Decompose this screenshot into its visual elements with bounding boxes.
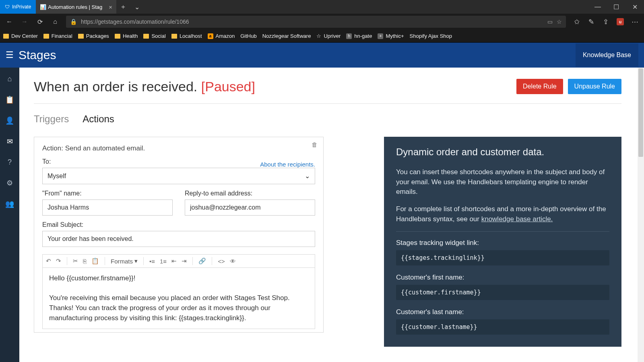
chevron-down-icon: ⌄	[305, 172, 310, 180]
copy-icon[interactable]: ⎘	[83, 258, 87, 265]
preview-icon[interactable]: 👁	[230, 258, 236, 265]
email-body-editor[interactable]: Hello {{customer.firstname}}! You're rec…	[42, 267, 315, 329]
bookmark[interactable]: Financial	[43, 33, 72, 39]
action-card: 🗑 Action: Send an automated email. To: A…	[34, 137, 324, 333]
cut-icon[interactable]: ✂	[73, 257, 78, 265]
subject-input[interactable]	[42, 231, 315, 247]
tab-actions[interactable]: Actions	[83, 113, 114, 125]
user-icon[interactable]: 👤	[0, 116, 19, 125]
paste-icon[interactable]: 📋	[91, 257, 99, 265]
bookmark[interactable]: ☆Upriver	[316, 33, 341, 39]
tabs-dropdown-button[interactable]: ⌄	[130, 0, 144, 14]
formats-dropdown[interactable]: Formats ▾	[111, 257, 138, 265]
new-tab-button[interactable]: ＋	[116, 0, 130, 14]
redo-icon[interactable]: ↷	[56, 257, 61, 265]
app-bar: ☰ Stages Knowledge Base	[0, 43, 644, 68]
bookmark[interactable]: hhn-gate	[346, 33, 372, 39]
close-icon[interactable]: ×	[109, 4, 112, 10]
ordered-list-icon[interactable]: 1≡	[160, 258, 167, 265]
home-button[interactable]: ⌂	[48, 15, 62, 29]
share-button[interactable]: ⇪	[599, 15, 613, 29]
bookmark-label: Dev Center	[11, 33, 38, 39]
favorite-icon[interactable]: ☆	[557, 19, 562, 25]
to-select[interactable]: Myself ⌄	[42, 168, 315, 184]
bookmark-label: hn-gate	[354, 33, 372, 39]
kb-article-link[interactable]: knowledge base article.	[481, 215, 553, 223]
more-button[interactable]: ⋯	[628, 15, 642, 29]
scrollbar[interactable]	[638, 68, 644, 362]
mail-icon[interactable]: ✉	[0, 137, 19, 146]
panel-text: For a complete list of shortcodes and a …	[396, 204, 609, 224]
refresh-button[interactable]: ⟳	[33, 15, 47, 29]
folder-icon	[43, 34, 49, 39]
tab-triggers[interactable]: Triggers	[34, 113, 69, 125]
separator	[105, 257, 105, 265]
maximize-button[interactable]: ☐	[607, 0, 625, 14]
bookmark[interactable]: GitHub	[240, 33, 256, 39]
bookmark-label: Shopify Ajax Shop	[410, 33, 452, 39]
link-icon[interactable]: 🔗	[198, 257, 206, 265]
editor-toolbar: ↶ ↷ ✂ ⎘ 📋 Formats ▾	[42, 254, 315, 267]
bookmark[interactable]: Packages	[78, 33, 109, 39]
to-value: Myself	[47, 173, 66, 180]
bookmark[interactable]: Dev Center	[3, 33, 38, 39]
shortcode-code[interactable]: {{stages.trackinglink}}	[396, 250, 609, 265]
site-icon: 📊	[40, 4, 45, 10]
folder-icon	[171, 34, 177, 39]
clipboard-icon[interactable]: 📋	[0, 95, 19, 104]
help-icon[interactable]: ?	[0, 158, 19, 167]
bookmark[interactable]: Localhost	[171, 33, 202, 39]
home-icon[interactable]: ⌂	[0, 75, 19, 83]
bookmark[interactable]: Shopify Ajax Shop	[410, 33, 452, 39]
shortcode-code[interactable]: {{customer.lastname}}	[396, 319, 609, 335]
shortcode-code[interactable]: {{customer.firstname}}	[396, 285, 609, 300]
about-recipients-link[interactable]: About the recipients.	[260, 161, 315, 168]
gear-icon[interactable]: ⚙	[0, 179, 19, 187]
from-name-input[interactable]	[42, 200, 173, 216]
bookmark[interactable]: Nozzlegear Software	[262, 33, 311, 39]
tab-title: Automation rules | Stag	[48, 4, 102, 10]
delete-rule-button[interactable]: Delete Rule	[516, 79, 563, 94]
folder-icon	[143, 34, 149, 39]
bookmark-label: Financial	[52, 33, 72, 39]
editor-line: Hello {{customer.firstname}}!	[49, 274, 308, 284]
indent-icon[interactable]: ⇥	[182, 257, 187, 265]
rule-status: [Paused]	[201, 79, 255, 94]
bookmark[interactable]: +Mythic+	[378, 33, 404, 39]
to-label: To:	[42, 158, 51, 165]
bookmark[interactable]: Social	[143, 33, 165, 39]
browser-tab[interactable]: 📊 Automation rules | Stag ×	[36, 0, 116, 14]
undo-icon[interactable]: ↶	[46, 257, 51, 265]
address-bar[interactable]: 🔒 https://getstages.com/automation/rule/…	[66, 16, 566, 28]
shortcode-panel: Dynamic order and customer data. You can…	[384, 137, 621, 347]
bookmark-label: Packages	[86, 33, 109, 39]
tabs: Triggers Actions	[34, 113, 630, 125]
trash-icon[interactable]: 🗑	[312, 141, 318, 148]
unpause-rule-button[interactable]: Unpause Rule	[568, 79, 621, 94]
users-icon[interactable]: 👥	[0, 200, 19, 208]
bookmark[interactable]: Health	[115, 33, 138, 39]
favorites-button[interactable]: ✩	[570, 15, 584, 29]
scrollbar-thumb[interactable]	[638, 68, 643, 157]
separator	[67, 257, 67, 265]
back-button[interactable]: ←	[2, 15, 16, 29]
reply-to-input[interactable]	[185, 200, 315, 216]
bookmark[interactable]: aAmazon	[208, 33, 235, 39]
code-icon[interactable]: <>	[218, 258, 225, 265]
minimize-button[interactable]: —	[588, 0, 607, 14]
shortcode-label: Stages tracking widget link:	[396, 239, 609, 247]
from-label: "From" name:	[42, 190, 173, 197]
notes-button[interactable]: ✎	[584, 15, 598, 29]
menu-icon[interactable]: ☰	[6, 50, 14, 60]
bullet-list-icon[interactable]: •≡	[149, 258, 155, 265]
site-icon: h	[346, 33, 352, 39]
ublock-icon[interactable]: u	[613, 15, 627, 29]
outdent-icon[interactable]: ⇤	[171, 257, 177, 265]
forward-button[interactable]: →	[18, 15, 31, 29]
editor-line: You're receiving this email because you …	[49, 293, 291, 323]
close-window-button[interactable]: ✕	[625, 0, 644, 14]
reading-view-icon[interactable]: ▭	[547, 19, 553, 25]
plus-icon: +	[378, 33, 383, 39]
rule-name: When an order is received.	[34, 79, 197, 94]
knowledge-base-link[interactable]: Knowledge Base	[576, 43, 638, 67]
